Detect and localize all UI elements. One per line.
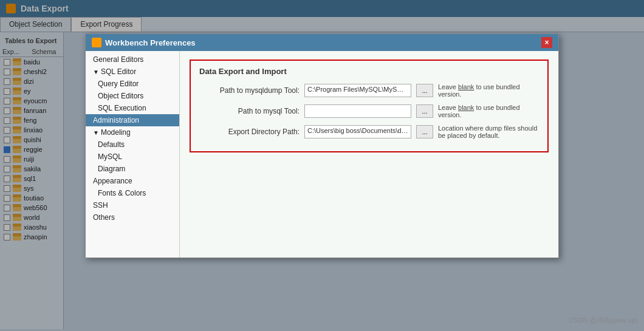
section-title: Data Export and Import (199, 67, 539, 76)
modal-body: General Editors▼SQL EditorQuery EditorOb… (86, 51, 558, 258)
sidebar-item-label: SSH (93, 201, 108, 210)
data-export-section: Data Export and Import Path to mysqldump… (190, 60, 549, 152)
sidebar-item-label: Query Editor (98, 80, 139, 88)
sidebar-item-object-editors[interactable]: Object Editors (86, 90, 179, 102)
sidebar-item-administration[interactable]: Administration (86, 114, 179, 126)
sidebar-item-label: Modeling (101, 128, 131, 137)
modal-close-button[interactable]: × (541, 37, 552, 48)
modal-title-icon (92, 38, 101, 47)
sidebar-item-label: Defaults (98, 140, 125, 149)
hint-blank-2: blank (458, 104, 474, 111)
sidebar-item-query-editor[interactable]: Query Editor (86, 78, 179, 90)
sidebar-item-label: Administration (93, 116, 139, 125)
sidebar-item-diagram[interactable]: Diagram (86, 163, 179, 175)
label-exportdir: Export Directory Path: (199, 128, 300, 136)
modal-main: Data Export and Import Path to mysqldump… (180, 51, 558, 258)
arrow-icon: ▼ (93, 69, 99, 75)
browse-mysqldump-button[interactable]: ... (416, 84, 433, 97)
sidebar-item-defaults[interactable]: Defaults (86, 138, 179, 151)
input-mysqltool[interactable] (304, 104, 411, 118)
form-row-mysqldump: Path to mysqldump Tool: C:\Program Files… (199, 83, 539, 98)
sidebar-item-label: MySQL (98, 152, 122, 161)
hint-mysqldump: Leave blank to use bundled version. (438, 83, 539, 98)
hint-blank-1: blank (458, 83, 474, 90)
sidebar-item-sql-editor[interactable]: ▼SQL Editor (86, 66, 179, 78)
browse-mysqltool-button[interactable]: ... (416, 104, 433, 118)
sidebar-item-label: Appearance (93, 177, 132, 185)
sidebar-item-label: Diagram (98, 165, 125, 173)
label-mysqltool: Path to mysql Tool: (199, 107, 300, 115)
modal-titlebar: Workbench Preferences × (86, 34, 558, 51)
sidebar-item-label: Object Editors (98, 92, 143, 100)
arrow-icon: ▼ (93, 129, 99, 136)
form-row-exportdir: Export Directory Path: C:\Users\big boss… (199, 125, 539, 139)
browse-exportdir-button[interactable]: ... (416, 125, 433, 138)
workbench-preferences-dialog: Workbench Preferences × General Editors▼… (85, 33, 559, 258)
sidebar-item-fonts-colors[interactable]: Fonts & Colors (86, 187, 179, 199)
input-mysqldump[interactable]: C:\Program Files\MySQL\MySQL S (304, 84, 411, 97)
sidebar-item-label: SQL Execution (98, 104, 146, 112)
hint-exportdir: Location where dump files should be plac… (438, 125, 539, 139)
sidebar-item-sql-execution[interactable]: SQL Execution (86, 102, 179, 114)
modal-titlebar-left: Workbench Preferences (92, 38, 196, 47)
sidebar-item-appearance[interactable]: Appearance (86, 175, 179, 187)
watermark: CSDN @冯浩(grow up) (569, 316, 638, 325)
sidebar-item-mysql[interactable]: MySQL (86, 151, 179, 163)
sidebar-item-modeling[interactable]: ▼Modeling (86, 126, 179, 138)
sidebar-item-ssh[interactable]: SSH (86, 199, 179, 211)
sidebar-item-label: General Editors (93, 55, 143, 64)
label-mysqldump: Path to mysqldump Tool: (199, 86, 300, 95)
modal-title-text: Workbench Preferences (105, 38, 196, 47)
sidebar-item-general-editors[interactable]: General Editors (86, 53, 179, 66)
sidebar-item-label: Fonts & Colors (98, 189, 146, 197)
sidebar-item-label: SQL Editor (101, 67, 136, 76)
sidebar-item-label: Others (93, 213, 115, 222)
input-exportdir[interactable]: C:\Users\big boss\Documents\dum (304, 125, 411, 138)
form-row-mysqltool: Path to mysql Tool: ... Leave blank to u… (199, 104, 539, 118)
hint-mysqltool: Leave blank to use bundled version. (438, 104, 539, 118)
sidebar-item-others[interactable]: Others (86, 211, 179, 224)
modal-overlay: Workbench Preferences × General Editors▼… (0, 0, 644, 331)
modal-sidebar: General Editors▼SQL EditorQuery EditorOb… (86, 51, 180, 258)
